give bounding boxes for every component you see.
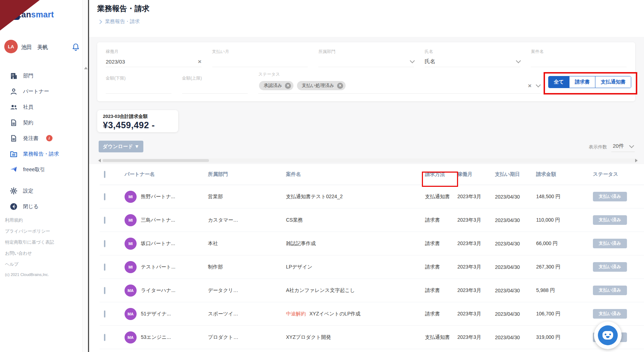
row-checkbox[interactable]: [104, 240, 105, 247]
status-badge: 支払い済み: [593, 239, 627, 248]
row-checkbox[interactable]: [104, 334, 105, 341]
breadcrumb[interactable]: 業務報告・請求: [98, 18, 140, 25]
partner-name: テストパート...: [141, 264, 175, 270]
table-horizontal-scrollbar[interactable]: [98, 158, 638, 163]
clear-icon[interactable]: ×: [198, 59, 202, 65]
doc-tab-2[interactable]: 支払通知書: [595, 76, 631, 88]
chat-widget-button[interactable]: [594, 321, 622, 349]
partner-name: 三島パートナ...: [141, 217, 175, 223]
working-month-cell: 2023年3月: [457, 264, 495, 270]
status-multiselect[interactable]: 承認済み×支払い処理済み× ×: [258, 79, 541, 94]
amount-min-input[interactable]: [106, 83, 171, 94]
table-row[interactable]: MA53エンジニ...プロダクト…XYZプロダクト開発支払通知書2023年3月2…: [100, 326, 644, 349]
folder-icon: [10, 150, 18, 158]
sidebar-scrollbar[interactable]: [82, 0, 88, 352]
chevron-down-icon[interactable]: [536, 82, 541, 87]
billing-amount-cell: 319,000 円: [536, 334, 593, 341]
chip-remove-icon[interactable]: ×: [285, 83, 291, 89]
page-size-select[interactable]: 20件: [611, 142, 635, 152]
footer-link-4[interactable]: ヘルプ: [5, 261, 54, 267]
doc-tab-0[interactable]: 全て: [549, 76, 569, 88]
sidebar-item-0[interactable]: 部門: [0, 68, 82, 83]
row-checkbox[interactable]: [104, 287, 105, 294]
col-status[interactable]: ステータス: [593, 171, 644, 178]
footer-link-2[interactable]: 特定商取引に基づく表記: [5, 239, 54, 245]
col-working-month[interactable]: 稼働月: [457, 171, 495, 178]
working-month-cell: 2023年3月: [457, 194, 495, 200]
payment-due-cell: 2023/04/30: [495, 335, 536, 340]
clear-icon[interactable]: ×: [528, 83, 532, 89]
row-checkbox[interactable]: [104, 217, 105, 224]
footer-link-1[interactable]: プライバシーポリシー: [5, 228, 54, 234]
status-chips: 承認済み×支払い処理済み×: [259, 81, 346, 90]
sidebar-item-5[interactable]: 業務報告・請求: [0, 146, 82, 162]
person-name-value: 氏名: [425, 58, 435, 65]
people-icon: [10, 103, 18, 111]
billing-amount-cell: 110,000 円: [536, 217, 593, 223]
invoice-table: パートナー名 所属部門 案件名 請求方法 稼働月 支払い期日 請求金額 ステータ…: [89, 164, 644, 352]
status-cell: 支払い済み: [593, 192, 644, 201]
sidebar-item-7[interactable]: 設定: [0, 183, 82, 199]
project-name: 支払通知書テスト0224_2: [286, 194, 343, 199]
doc-tab-1[interactable]: 請求書: [569, 76, 595, 88]
chevron-down-icon[interactable]: [410, 58, 415, 63]
project-name: LPデザイン: [286, 264, 312, 270]
chip-remove-icon[interactable]: ×: [337, 83, 343, 89]
scrollbar-thumb[interactable]: [103, 159, 209, 162]
sidebar-item-3[interactable]: 契約: [0, 115, 82, 130]
breadcrumb-label[interactable]: 業務報告・請求: [105, 18, 140, 25]
col-partner-name[interactable]: パートナー名: [125, 171, 208, 178]
col-project-name[interactable]: 案件名: [286, 171, 425, 178]
amount-max-label: 金額(上限): [182, 75, 248, 81]
project-name-input[interactable]: [531, 56, 627, 67]
amount-max-input[interactable]: [182, 83, 248, 94]
department-cell: データクリ…: [208, 287, 286, 294]
row-checkbox[interactable]: [104, 310, 105, 318]
working-month-cell: 2023年3月: [457, 311, 495, 317]
filter-department: 所属部門: [318, 49, 414, 67]
scroll-left-icon[interactable]: [98, 159, 101, 162]
select-all-checkbox[interactable]: [104, 171, 105, 178]
table-row[interactable]: MI三島パートナ...カスタマー…CS業務請求書2023年3月2023/04/3…: [100, 209, 644, 232]
project-cell: 雑誌記事作成: [286, 240, 425, 247]
project-cell: XYZプロダクト開発: [286, 334, 425, 341]
table-row[interactable]: MIテストパート...制作部LPデザイン請求書2023年3月2023/04/30…: [100, 255, 644, 279]
table-row[interactable]: MA51デザイナ...スポーツイ…中途解約XYZイベントのLP作成請求書2023…: [100, 302, 644, 326]
sidebar-item-6[interactable]: freee取引: [0, 162, 82, 177]
person-name-select[interactable]: 氏名: [425, 56, 521, 67]
sidebar-item-8[interactable]: 閉じる: [0, 199, 82, 214]
project-name: CS業務: [286, 217, 303, 223]
sidebar-item-4[interactable]: 発注書i: [0, 130, 82, 146]
sidebar-item-2[interactable]: 社員: [0, 99, 82, 115]
chevron-down-icon[interactable]: [516, 58, 521, 63]
row-checkbox[interactable]: [104, 193, 105, 200]
scroll-right-icon[interactable]: [635, 159, 638, 162]
col-billing-amount[interactable]: 請求金額: [536, 171, 593, 178]
row-checkbox-cell: [100, 217, 125, 223]
user-avatar[interactable]: LA: [4, 40, 18, 53]
table-row[interactable]: MI坂口パートナ...本社雑誌記事作成請求書2023年3月2023/04/306…: [100, 232, 644, 255]
col-billing-method[interactable]: 請求方法: [425, 171, 457, 178]
sidebar-item-1[interactable]: パートナー: [0, 83, 82, 99]
col-payment-due[interactable]: 支払い期日: [495, 171, 536, 178]
sidebar-menu: 部門パートナー社員契約発注書i業務報告・請求freee取引設定閉じる: [0, 68, 82, 214]
payment-month-input[interactable]: [212, 56, 308, 67]
table-row[interactable]: MI熊野パートナ...営業部支払通知書テスト0224_2支払通知書2023年3月…: [100, 185, 644, 209]
bell-icon[interactable]: [71, 43, 80, 52]
status-label: ステータス: [258, 71, 541, 77]
footer-link-3[interactable]: お問い合わせ: [5, 250, 54, 256]
table-row[interactable]: MAライターハナ...データクリ…A社カンファレンス文字起こし請求書2023年3…: [100, 279, 644, 302]
department-select[interactable]: [318, 56, 414, 67]
download-button[interactable]: ダウンロード ▼: [99, 141, 143, 152]
department-cell: 制作部: [208, 264, 286, 270]
amount-min-label: 金額(下限): [106, 75, 171, 81]
footer-link-0[interactable]: 利用規約: [5, 217, 54, 223]
billing-method-cell: 請求書: [425, 240, 457, 247]
col-department[interactable]: 所属部門: [208, 171, 286, 178]
working-month-input[interactable]: 2023/03×: [106, 56, 202, 67]
scroll-up-icon[interactable]: [84, 67, 88, 69]
row-checkbox[interactable]: [104, 264, 105, 271]
payment-month-label: 支払い月: [212, 49, 308, 55]
payment-due-cell: 2023/04/30: [495, 311, 536, 317]
brand-name-secondary: smart: [31, 10, 54, 19]
